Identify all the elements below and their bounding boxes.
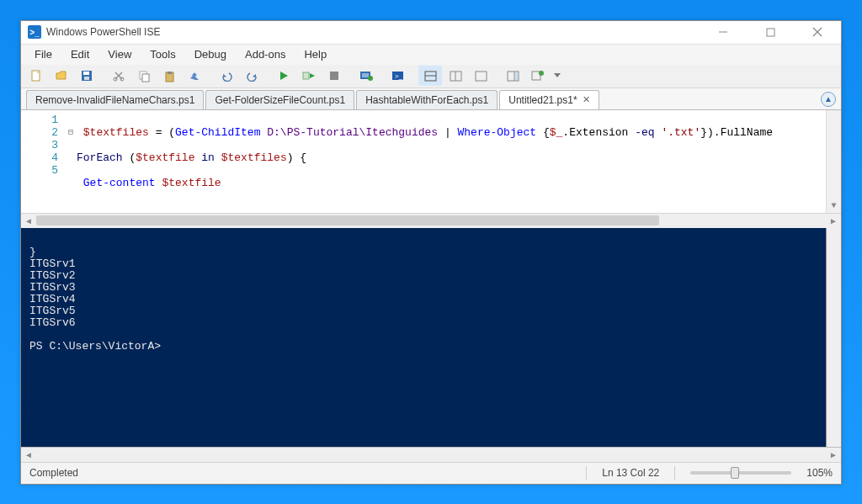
redo-icon[interactable] <box>240 66 263 86</box>
remote-icon[interactable] <box>354 66 378 86</box>
zoom-slider[interactable] <box>690 471 791 475</box>
tab-remove-invalid[interactable]: Remove-InvalidFileNameChars.ps1 <box>26 90 204 109</box>
toolbar: >_ <box>21 65 841 88</box>
scroll-thumb[interactable] <box>36 215 659 225</box>
svg-rect-13 <box>168 72 172 74</box>
tab-label: HashtableWithForEach.ps1 <box>365 94 488 106</box>
tab-hashtable[interactable]: HashtableWithForEach.ps1 <box>356 90 498 109</box>
scroll-left-icon[interactable]: ◄ <box>21 216 36 225</box>
script-editor[interactable]: 1 2 3 4 5 ⊟ $textfiles = (Get-ChildItem … <box>21 110 841 213</box>
status-text: Completed <box>29 467 78 479</box>
console-vscrollbar[interactable] <box>826 228 841 447</box>
svg-rect-26 <box>476 72 487 81</box>
clear-icon[interactable] <box>183 66 206 86</box>
collapse-script-icon[interactable]: ▲ <box>821 92 836 107</box>
tab-label: Untitled21.ps1* <box>508 94 577 106</box>
tab-label: Remove-InvalidFileNameChars.ps1 <box>35 94 194 106</box>
svg-rect-16 <box>330 72 338 80</box>
menu-help[interactable]: Help <box>295 46 335 62</box>
run-selection-icon[interactable] <box>297 66 321 86</box>
svg-rect-1 <box>767 29 774 36</box>
zoom-level: 105% <box>806 467 833 479</box>
save-icon[interactable] <box>75 66 98 86</box>
tab-untitled[interactable]: Untitled21.ps1* ✕ <box>499 90 599 109</box>
window-title: Windows PowerShell ISE <box>46 26 160 38</box>
svg-rect-6 <box>83 72 89 75</box>
stop-icon[interactable] <box>322 66 346 86</box>
svg-rect-7 <box>84 77 89 80</box>
fold-column: ⊟ <box>65 110 77 213</box>
cursor-position: Ln 13 Col 22 <box>602 467 659 479</box>
editor-hscrollbar[interactable]: ◄ ► <box>21 213 841 228</box>
menu-file[interactable]: File <box>26 46 61 62</box>
titlebar: >_ Windows PowerShell ISE <box>21 21 841 45</box>
layout-2-icon[interactable] <box>444 66 467 86</box>
close-button[interactable] <box>801 23 834 41</box>
powershell-tab-icon[interactable]: >_ <box>386 66 410 86</box>
svg-rect-18 <box>362 73 369 77</box>
console-hscrollbar[interactable]: ◄ ► <box>21 447 841 462</box>
scroll-right-icon[interactable]: ► <box>826 216 841 225</box>
statusbar: Completed Ln 13 Col 22 105% <box>21 462 841 484</box>
menu-view[interactable]: View <box>99 46 140 62</box>
menubar: File Edit View Tools Debug Add-ons Help <box>21 45 841 65</box>
line-gutter: 1 2 3 4 5 <box>21 110 65 213</box>
svg-point-31 <box>539 71 544 76</box>
svg-rect-15 <box>303 72 309 79</box>
copy-icon[interactable] <box>132 66 156 86</box>
minimize-button[interactable] <box>706 23 740 41</box>
menu-edit[interactable]: Edit <box>62 46 98 62</box>
svg-rect-11 <box>142 74 149 82</box>
menu-debug[interactable]: Debug <box>186 46 235 62</box>
console-pane[interactable]: } ITGSrv1 ITGSrv2 ITGSrv3 ITGSrv4 ITGSrv… <box>21 228 826 447</box>
cut-icon[interactable] <box>107 66 130 86</box>
main-window: >_ Windows PowerShell ISE File Edit View… <box>20 20 842 485</box>
svg-rect-29 <box>515 72 518 80</box>
editor-vscrollbar[interactable]: ▼ <box>826 110 841 213</box>
svg-point-19 <box>368 76 373 81</box>
paste-icon[interactable] <box>157 66 181 86</box>
undo-icon[interactable] <box>215 66 238 86</box>
code-area[interactable]: $textfiles = (Get-ChildItem D:\PS-Tutori… <box>77 110 826 213</box>
maximize-button[interactable] <box>753 23 787 41</box>
tab-foldersize[interactable]: Get-FolderSizeFileCount.ps1 <box>205 90 354 109</box>
toolbar-dropdown-icon[interactable] <box>551 66 563 86</box>
show-command-icon[interactable] <box>526 66 550 86</box>
fold-icon[interactable]: ⊟ <box>65 126 77 139</box>
app-icon: >_ <box>28 25 41 39</box>
command-addon-icon[interactable] <box>501 66 524 86</box>
svg-text:>_: >_ <box>395 72 403 80</box>
layout-1-icon[interactable] <box>418 66 442 86</box>
menu-tools[interactable]: Tools <box>141 46 184 62</box>
layout-3-icon[interactable] <box>469 66 492 86</box>
menu-addons[interactable]: Add-ons <box>237 46 294 62</box>
file-tabs: Remove-InvalidFileNameChars.ps1 Get-Fold… <box>21 88 841 110</box>
run-icon[interactable] <box>272 66 295 86</box>
open-icon[interactable] <box>50 66 73 86</box>
close-icon[interactable]: ✕ <box>583 94 590 105</box>
new-icon[interactable] <box>24 66 48 86</box>
tab-label: Get-FolderSizeFileCount.ps1 <box>215 94 345 106</box>
slider-thumb[interactable] <box>731 467 739 479</box>
scroll-right-icon[interactable]: ► <box>826 450 841 459</box>
scroll-left-icon[interactable]: ◄ <box>21 450 36 459</box>
